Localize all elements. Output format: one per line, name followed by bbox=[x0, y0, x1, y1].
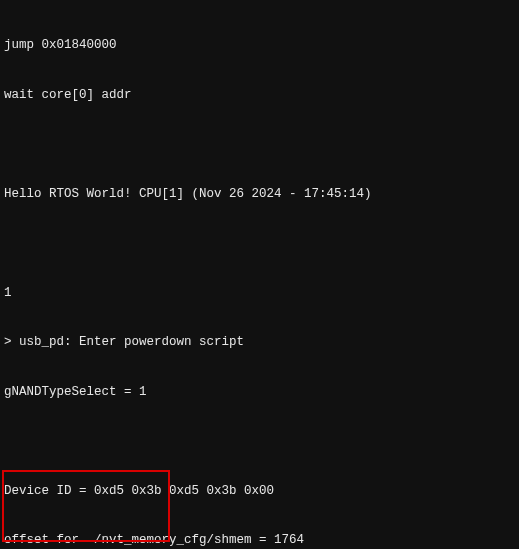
console-line: > usb_pd: Enter powerdown script bbox=[4, 334, 515, 351]
console-line: Device ID = 0xd5 0x3b 0xd5 0x3b 0x00 bbox=[4, 483, 515, 500]
console-line: offset for /nvt_memory_cfg/shmem = 1764 bbox=[4, 532, 515, 549]
terminal-output[interactable]: jump 0x01840000 wait core[0] addr Hello … bbox=[0, 0, 519, 549]
console-line bbox=[4, 235, 515, 252]
console-line bbox=[4, 433, 515, 450]
console-line: gNANDTypeSelect = 1 bbox=[4, 384, 515, 401]
console-line bbox=[4, 136, 515, 153]
console-line: Hello RTOS World! CPU[1] (Nov 26 2024 - … bbox=[4, 186, 515, 203]
console-line: 1 bbox=[4, 285, 515, 302]
console-line: jump 0x01840000 bbox=[4, 37, 515, 54]
console-line: wait core[0] addr bbox=[4, 87, 515, 104]
